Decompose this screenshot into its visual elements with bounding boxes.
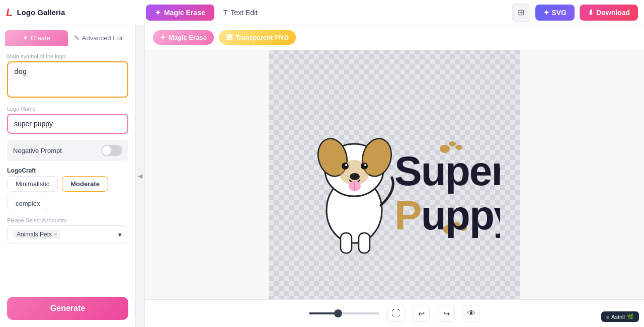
canvas-toolbar: ✦ Magic Erase 🖼 Transparent PNG: [145, 25, 644, 50]
create-icon: ✦: [23, 34, 28, 42]
canvas-magic-erase-button[interactable]: ✦ Magic Erase: [153, 30, 214, 45]
craft-buttons: Minimalistic Moderate complex: [7, 176, 128, 211]
canvas-magic-erase-label: Magic Erase: [169, 34, 207, 41]
svg-point-6: [345, 164, 347, 166]
industry-tag-text: Animals Pets: [17, 231, 52, 238]
astrill-icon: ≡: [606, 314, 609, 320]
sidebar: ✦ Create ✎ Advanced Edit Main symbol of …: [0, 25, 136, 327]
create-label: Create: [31, 34, 50, 42]
app-logo-icon: L: [6, 6, 13, 19]
top-bar-right: ⊞ ✦ SVG ⬇ Download: [512, 4, 638, 22]
negative-prompt-toggle[interactable]: [101, 145, 122, 156]
canvas-area: ✦ Magic Erase 🖼 Transparent PNG: [145, 25, 644, 327]
top-bar: L Logo Galleria ✦ Magic Erase T Text Edi…: [0, 0, 644, 25]
text-edit-label: Text Edit: [230, 9, 258, 17]
text-edit-icon: T: [223, 9, 228, 17]
chevron-down-icon: ▾: [118, 231, 122, 238]
svg-point-7: [361, 162, 368, 170]
industry-select[interactable]: Animals Pets × ▾: [7, 225, 128, 243]
svg-point-15: [449, 141, 456, 146]
canvas-magic-erase-icon: ✦: [160, 34, 166, 41]
industry-label: Please Select A Industry: [7, 217, 128, 223]
sidebar-tab-create[interactable]: ✦ Create: [5, 30, 68, 46]
logo-svg: Super Puppy: [289, 90, 500, 261]
download-label: Download: [596, 9, 630, 17]
svg-text:Super: Super: [394, 148, 500, 194]
astrill-badge: ≡ Astrill 🌿: [601, 311, 639, 322]
sidebar-content: Main symbol of the logo dog Logo Name Ne…: [0, 46, 135, 291]
logo-name-field-group: Logo Name: [7, 106, 128, 134]
expand-button[interactable]: ⛶: [387, 305, 405, 322]
logo-name-input[interactable]: [7, 114, 128, 134]
generate-button[interactable]: Generate: [7, 297, 128, 320]
symbol-input[interactable]: dog: [7, 61, 128, 98]
svg-rect-12: [341, 233, 352, 253]
zoom-slider-wrap: [309, 312, 379, 314]
canvas-main: Super Puppy: [145, 50, 644, 299]
svg-point-5: [342, 162, 349, 170]
app-name: Logo Galleria: [17, 8, 65, 17]
tab-text-edit[interactable]: T Text Edit: [214, 5, 267, 21]
svg-label: SVG: [552, 9, 567, 17]
preview-button[interactable]: 👁: [463, 305, 480, 322]
sidebar-tabs: ✦ Create ✎ Advanced Edit: [0, 25, 135, 46]
redo-icon: ↪: [443, 309, 450, 318]
symbol-field-label: Main symbol of the logo: [7, 53, 128, 59]
industry-tag: Animals Pets ×: [14, 230, 60, 239]
tab-magic-erase[interactable]: ✦ Magic Erase: [146, 5, 214, 21]
undo-button[interactable]: ↩: [413, 305, 430, 322]
grid-icon: ⊞: [518, 8, 524, 17]
logo-name-label: Logo Name: [7, 106, 128, 112]
canvas-transparent-png-button[interactable]: 🖼 Transparent PNG: [219, 30, 296, 45]
redo-button[interactable]: ↪: [438, 305, 455, 322]
craft-minimalistic[interactable]: Minimalistic: [7, 176, 58, 192]
canvas-transparent-png-label: Transparent PNG: [235, 34, 289, 41]
negative-prompt-label: Negative Prompt: [13, 147, 62, 154]
svg-rect-13: [359, 233, 370, 253]
download-button[interactable]: ⬇ Download: [580, 5, 638, 21]
tag-close-icon[interactable]: ×: [54, 231, 57, 238]
logocraft-group: LogoCraft Minimalistic Moderate complex: [7, 167, 128, 211]
logo-display: Super Puppy: [289, 90, 500, 261]
svg-button[interactable]: ✦ SVG: [535, 5, 575, 21]
expand-icon: ⛶: [392, 309, 400, 318]
svg-point-8: [364, 164, 366, 166]
astrill-leaf-icon: 🌿: [627, 313, 634, 320]
sidebar-tab-advanced-edit[interactable]: ✎ Advanced Edit: [68, 30, 131, 46]
symbol-field-group: Main symbol of the logo dog: [7, 53, 128, 100]
app-logo-area: L Logo Galleria: [6, 6, 142, 19]
advanced-edit-label: Advanced Edit: [82, 34, 124, 42]
magic-erase-icon: ✦: [155, 9, 161, 17]
undo-icon: ↩: [418, 309, 425, 318]
collapse-icon: ◀: [138, 173, 142, 180]
advanced-edit-icon: ✎: [74, 34, 79, 42]
craft-moderate[interactable]: Moderate: [62, 176, 108, 192]
eye-icon: 👁: [467, 309, 475, 318]
industry-group: Please Select A Industry Animals Pets × …: [7, 217, 128, 243]
download-icon: ⬇: [588, 9, 594, 17]
svg-star-icon: ✦: [543, 9, 549, 17]
grid-button[interactable]: ⊞: [512, 4, 530, 22]
toggle-knob: [102, 146, 111, 155]
sidebar-collapse-handle[interactable]: ◀: [136, 25, 145, 327]
top-tabs: ✦ Magic Erase T Text Edit: [146, 5, 508, 21]
astrill-text: Astrill: [611, 314, 625, 320]
svg-text:Puppy: Puppy: [394, 192, 500, 238]
magic-erase-label: Magic Erase: [164, 9, 205, 17]
canvas-preview: Super Puppy: [269, 50, 520, 299]
negative-prompt-row: Negative Prompt: [7, 140, 128, 161]
svg-point-9: [350, 173, 360, 180]
logocraft-label: LogoCraft: [7, 167, 128, 174]
craft-complex[interactable]: complex: [7, 196, 48, 211]
canvas-footer: ⛶ ↩ ↪ 👁: [145, 299, 644, 327]
zoom-slider[interactable]: [309, 312, 379, 314]
canvas-png-icon: 🖼: [226, 34, 232, 41]
main-layout: ✦ Create ✎ Advanced Edit Main symbol of …: [0, 25, 644, 327]
